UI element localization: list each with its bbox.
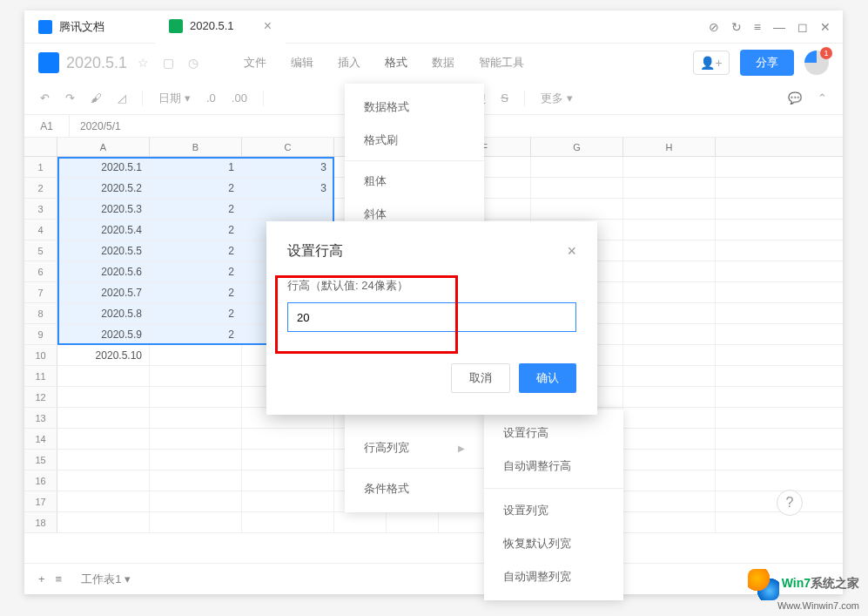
cell[interactable]: 1 bbox=[150, 157, 242, 177]
cell[interactable]: 2020.5.10 bbox=[57, 345, 150, 365]
cell[interactable] bbox=[150, 450, 242, 470]
row-header[interactable]: 4 bbox=[24, 220, 57, 240]
cell[interactable] bbox=[623, 199, 716, 219]
cell[interactable] bbox=[531, 157, 623, 177]
cell[interactable] bbox=[387, 512, 439, 532]
document-tab[interactable]: 2020.5.1 × bbox=[155, 10, 286, 44]
cell[interactable] bbox=[334, 512, 387, 532]
submenu-reset-col-width[interactable]: 恢复默认列宽 bbox=[484, 527, 623, 560]
menu-item-row-col[interactable]: 行高列宽▶ bbox=[345, 431, 484, 464]
app-tab[interactable]: 腾讯文档 bbox=[24, 10, 155, 44]
cell[interactable]: 2 bbox=[150, 303, 242, 323]
menu-tools[interactable]: 智能工具 bbox=[479, 55, 524, 71]
cell[interactable]: 2 bbox=[150, 220, 242, 240]
row-header[interactable]: 6 bbox=[24, 261, 57, 281]
menu-icon[interactable]: ≡ bbox=[754, 20, 761, 34]
cell[interactable] bbox=[623, 157, 716, 177]
cell[interactable] bbox=[623, 387, 716, 407]
row-header[interactable]: 16 bbox=[24, 470, 57, 491]
cell[interactable] bbox=[57, 387, 150, 407]
submenu-set-row-height[interactable]: 设置行高 bbox=[484, 416, 623, 450]
select-all-corner[interactable] bbox=[24, 138, 57, 156]
cell[interactable]: 2 bbox=[150, 261, 242, 281]
cell[interactable] bbox=[242, 491, 334, 511]
cell[interactable]: 2020.5.6 bbox=[57, 261, 150, 281]
share-button[interactable]: 分享 bbox=[740, 50, 794, 76]
cell-reference[interactable]: A1 bbox=[24, 115, 70, 137]
cell[interactable] bbox=[623, 345, 716, 365]
cell[interactable] bbox=[150, 491, 242, 511]
cell[interactable] bbox=[623, 240, 716, 261]
col-header[interactable]: A bbox=[57, 138, 150, 156]
cell[interactable] bbox=[623, 324, 716, 344]
increase-decimal-icon[interactable]: .00 bbox=[232, 91, 247, 105]
cell[interactable] bbox=[150, 387, 242, 407]
maximize-icon[interactable]: ◻ bbox=[797, 20, 808, 34]
cell[interactable] bbox=[150, 345, 242, 365]
row-header[interactable]: 18 bbox=[24, 512, 57, 532]
cell[interactable]: 2020.5.7 bbox=[57, 282, 150, 302]
cell[interactable]: 2020.5.1 bbox=[57, 157, 150, 177]
cell[interactable]: 2020.5.9 bbox=[57, 324, 150, 344]
row-header[interactable]: 9 bbox=[24, 324, 57, 344]
row-header[interactable]: 14 bbox=[24, 429, 57, 449]
submenu-auto-row-height[interactable]: 自动调整行高 bbox=[484, 450, 623, 483]
block-icon[interactable]: ⊘ bbox=[709, 20, 719, 34]
clear-format-icon[interactable]: ◿ bbox=[118, 91, 126, 105]
formula-value[interactable]: 2020/5/1 bbox=[70, 120, 121, 132]
menu-item-bold[interactable]: 粗体 bbox=[345, 165, 484, 198]
cell[interactable]: 3 bbox=[242, 157, 334, 177]
strike-icon[interactable]: S bbox=[501, 91, 508, 105]
row-header[interactable]: 12 bbox=[24, 387, 57, 407]
cell[interactable]: 2 bbox=[150, 240, 242, 261]
confirm-button[interactable]: 确认 bbox=[519, 363, 576, 393]
cancel-button[interactable]: 取消 bbox=[451, 363, 510, 393]
row-header[interactable]: 2 bbox=[24, 178, 57, 198]
col-header[interactable]: G bbox=[531, 138, 623, 156]
cell[interactable] bbox=[623, 408, 716, 428]
cell[interactable] bbox=[57, 450, 150, 470]
menu-file[interactable]: 文件 bbox=[244, 55, 266, 71]
cell[interactable]: 2020.5.5 bbox=[57, 240, 150, 261]
more-formats-dropdown[interactable]: 更多 ▾ bbox=[541, 91, 573, 106]
number-format-dropdown[interactable]: 日期 ▾ bbox=[158, 91, 191, 106]
cell[interactable] bbox=[623, 491, 716, 511]
row-header[interactable]: 13 bbox=[24, 408, 57, 428]
row-header[interactable]: 3 bbox=[24, 199, 57, 219]
row-header[interactable]: 1 bbox=[24, 157, 57, 177]
cell[interactable]: 2 bbox=[150, 282, 242, 302]
cell[interactable] bbox=[623, 282, 716, 302]
cell[interactable] bbox=[57, 470, 150, 491]
dialog-close-icon[interactable]: × bbox=[567, 242, 576, 261]
col-header[interactable]: H bbox=[623, 138, 716, 156]
cell[interactable]: 2 bbox=[150, 178, 242, 198]
folder-icon[interactable]: ▢ bbox=[159, 56, 178, 70]
cell[interactable] bbox=[57, 366, 150, 386]
cell[interactable] bbox=[242, 470, 334, 491]
row-header[interactable]: 15 bbox=[24, 450, 57, 470]
row-header[interactable]: 11 bbox=[24, 366, 57, 386]
row-height-input[interactable] bbox=[287, 302, 576, 332]
menu-item-data-format[interactable]: 数据格式 bbox=[345, 91, 484, 124]
row-header[interactable]: 7 bbox=[24, 282, 57, 302]
row-header[interactable]: 17 bbox=[24, 491, 57, 511]
cell[interactable]: 2020.5.8 bbox=[57, 303, 150, 323]
submenu-auto-col-width[interactable]: 自动调整列宽 bbox=[484, 560, 623, 593]
cell[interactable] bbox=[623, 470, 716, 491]
close-window-icon[interactable]: ✕ bbox=[820, 20, 831, 34]
comment-icon[interactable]: 💬 bbox=[788, 91, 802, 105]
cell[interactable] bbox=[242, 450, 334, 470]
cell[interactable] bbox=[57, 408, 150, 428]
redo-icon[interactable]: ↷ bbox=[65, 91, 75, 105]
cell[interactable] bbox=[150, 408, 242, 428]
cell[interactable] bbox=[57, 429, 150, 449]
minimize-icon[interactable]: — bbox=[773, 20, 785, 34]
cell[interactable] bbox=[57, 512, 150, 532]
row-header[interactable]: 8 bbox=[24, 303, 57, 323]
cell[interactable] bbox=[623, 512, 716, 532]
undo-icon[interactable]: ↶ bbox=[40, 91, 50, 105]
cell[interactable] bbox=[623, 303, 716, 323]
menu-insert[interactable]: 插入 bbox=[338, 55, 360, 71]
add-sheet-button[interactable]: + bbox=[38, 572, 45, 586]
sheet-list-icon[interactable]: ≡ bbox=[56, 572, 63, 586]
